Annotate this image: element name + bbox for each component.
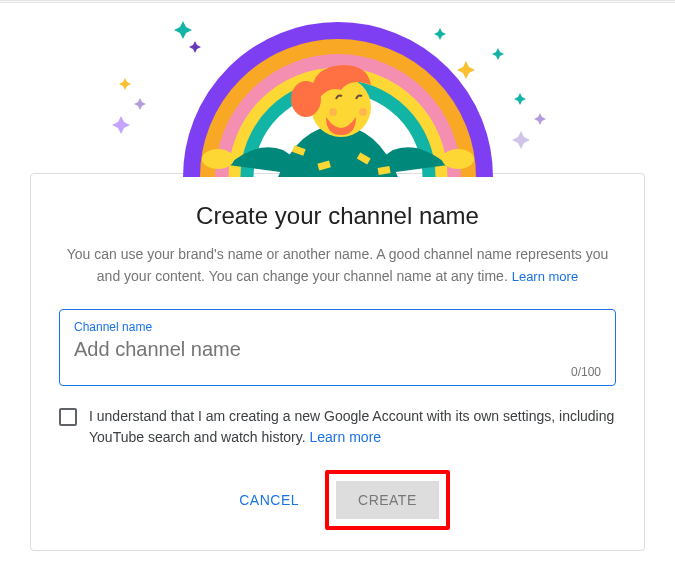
create-button[interactable]: CREATE <box>336 481 439 519</box>
consent-learn-more-link[interactable]: Learn more <box>310 429 382 445</box>
subtitle-learn-more-link[interactable]: Learn more <box>512 269 578 284</box>
cancel-button[interactable]: CANCEL <box>225 482 313 518</box>
svg-point-1 <box>442 149 474 169</box>
channel-name-label: Channel name <box>74 320 601 334</box>
svg-point-0 <box>202 149 234 169</box>
create-channel-card: Create your channel name You can use you… <box>30 173 645 551</box>
svg-point-8 <box>329 108 337 116</box>
consent-text: I understand that I am creating a new Go… <box>89 406 616 448</box>
dialog-actions: CANCEL CREATE <box>59 470 616 530</box>
rainbow-illustration <box>30 7 645 177</box>
create-highlight-box: CREATE <box>325 470 450 530</box>
dialog-title: Create your channel name <box>59 202 616 230</box>
top-divider <box>0 0 675 3</box>
channel-name-input[interactable] <box>74 338 601 361</box>
consent-checkbox[interactable] <box>59 408 77 426</box>
consent-row: I understand that I am creating a new Go… <box>59 406 616 448</box>
svg-point-7 <box>291 81 321 117</box>
dialog-container: Create your channel name You can use you… <box>0 7 675 551</box>
dialog-subtitle: You can use your brand's name or another… <box>59 244 616 287</box>
svg-point-9 <box>359 108 367 116</box>
char-counter: 0/100 <box>74 365 601 379</box>
channel-name-field[interactable]: Channel name 0/100 <box>59 309 616 386</box>
